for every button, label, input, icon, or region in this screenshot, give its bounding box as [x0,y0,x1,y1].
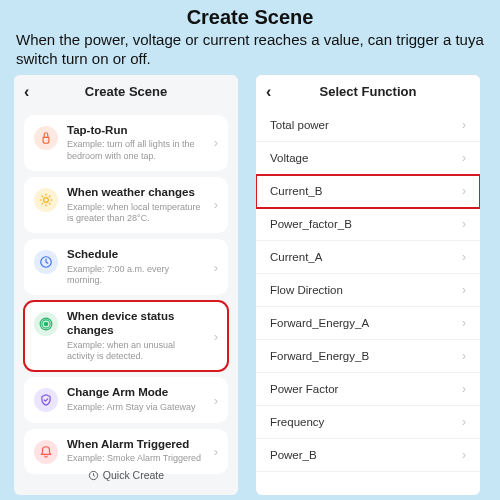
card-title: Tap-to-Run [67,124,205,138]
card-text: Change Arm ModeExample: Arm Stay via Gat… [67,386,205,413]
svg-point-0 [44,197,49,202]
sun-icon [34,188,58,212]
chevron-right-icon: › [462,118,466,132]
page-subtitle: When the power, voltage or current reach… [0,29,500,75]
card-title: When weather changes [67,186,205,200]
function-label: Flow Direction [270,284,343,296]
quick-create-icon [88,470,99,483]
chevron-right-icon: › [214,260,218,275]
scene-card[interactable]: When weather changesExample: when local … [24,177,228,233]
chevron-right-icon: › [214,444,218,459]
card-subtitle: Example: when an unusual activity is det… [67,340,205,363]
function-row[interactable]: Frequency› [256,406,480,439]
scene-card[interactable]: When device status changesExample: when … [24,301,228,371]
clock-icon [34,250,58,274]
scene-card[interactable]: Tap-to-RunExample: turn off all lights i… [24,115,228,171]
header-title-left: Create Scene [24,84,228,99]
card-title: Schedule [67,248,205,262]
card-subtitle: Example: turn off all lights in the bedr… [67,139,205,162]
chevron-right-icon: › [462,184,466,198]
function-label: Voltage [270,152,308,164]
tap-icon [34,126,58,150]
function-row[interactable]: Power_factor_B› [256,208,480,241]
header-right: ‹ Select Function [256,75,480,109]
phone-select-function: ‹ Select Function Total power›Voltage›Cu… [256,75,480,495]
scene-card[interactable]: ScheduleExample: 7:00 a.m. every morning… [24,239,228,295]
chevron-right-icon: › [462,448,466,462]
quick-create-label: Quick Create [103,469,164,481]
function-row[interactable]: Total power› [256,109,480,142]
card-text: When device status changesExample: when … [67,310,205,362]
card-subtitle: Example: Arm Stay via Gateway [67,402,205,413]
function-label: Frequency [270,416,324,428]
function-label: Power_factor_B [270,218,352,230]
header-left: ‹ Create Scene [14,75,238,109]
scene-card[interactable]: Change Arm ModeExample: Arm Stay via Gat… [24,377,228,422]
chevron-right-icon: › [214,329,218,344]
function-row[interactable]: Current_A› [256,241,480,274]
chevron-right-icon: › [214,135,218,150]
function-label: Power Factor [270,383,338,395]
function-label: Total power [270,119,329,131]
chevron-right-icon: › [462,283,466,297]
card-title: When device status changes [67,310,205,338]
chevron-right-icon: › [462,382,466,396]
device-icon [34,312,58,336]
card-text: When Alarm TriggeredExample: Smoke Alarm… [67,438,205,465]
card-subtitle: Example: 7:00 a.m. every morning. [67,264,205,287]
chevron-right-icon: › [462,349,466,363]
function-label: Current_A [270,251,322,263]
function-label: Power_B [270,449,317,461]
card-subtitle: Example: when local temperature is great… [67,202,205,225]
phone-create-scene: ‹ Create Scene Tap-to-RunExample: turn o… [14,75,238,495]
function-row[interactable]: Voltage› [256,142,480,175]
function-label: Forward_Energy_A [270,317,369,329]
chevron-right-icon: › [462,217,466,231]
page-title: Create Scene [0,0,500,29]
card-text: When weather changesExample: when local … [67,186,205,224]
card-text: Tap-to-RunExample: turn off all lights i… [67,124,205,162]
function-row[interactable]: Power_B› [256,439,480,472]
alarm-icon [34,440,58,464]
function-row[interactable]: Flow Direction› [256,274,480,307]
chevron-right-icon: › [462,316,466,330]
chevron-right-icon: › [462,250,466,264]
header-title-right: Select Function [266,84,470,99]
function-label: Current_B [270,185,322,197]
quick-create-button[interactable]: Quick Create [14,463,238,489]
chevron-right-icon: › [214,197,218,212]
function-row[interactable]: Power Factor› [256,373,480,406]
chevron-right-icon: › [214,393,218,408]
function-row[interactable]: Current_B› [256,175,480,208]
chevron-right-icon: › [462,151,466,165]
card-title: When Alarm Triggered [67,438,205,452]
card-text: ScheduleExample: 7:00 a.m. every morning… [67,248,205,286]
function-label: Forward_Energy_B [270,350,369,362]
chevron-right-icon: › [462,415,466,429]
shield-icon [34,388,58,412]
svg-point-2 [44,323,48,327]
card-title: Change Arm Mode [67,386,205,400]
function-row[interactable]: Forward_Energy_A› [256,307,480,340]
function-row[interactable]: Forward_Energy_B› [256,340,480,373]
